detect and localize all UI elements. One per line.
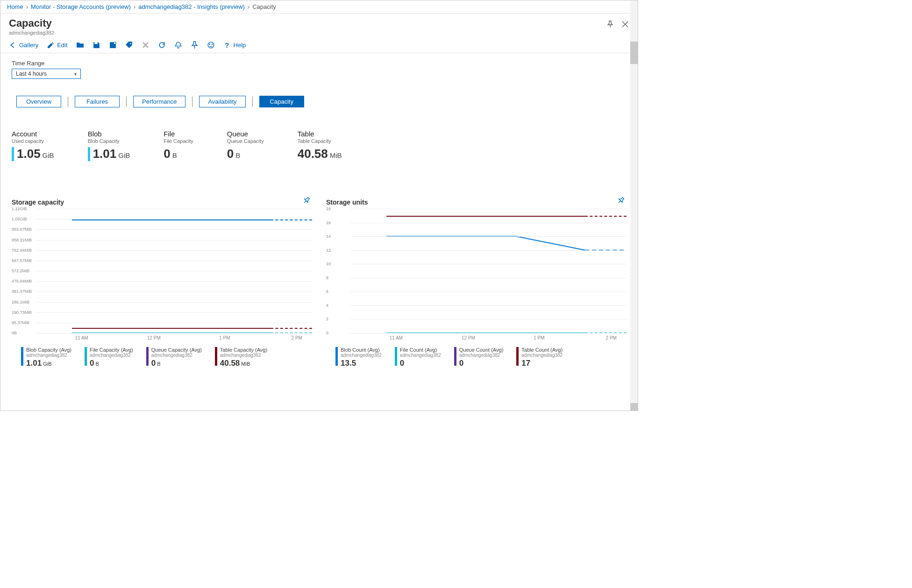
metric-card: File File Capacity 0B (164, 130, 193, 161)
gridline (36, 240, 312, 241)
chevron-right-icon: › (26, 3, 28, 10)
legend-item: Table Count (Avg) admchangediag382 17 (516, 347, 563, 368)
time-range-dropdown[interactable]: Last 4 hours ▾ (12, 69, 81, 79)
legend-color (395, 347, 397, 366)
legend-color (21, 347, 23, 366)
gridline (350, 264, 627, 264)
scrollbar-thumb-top[interactable] (630, 42, 638, 64)
metric-unit: B (172, 151, 177, 159)
gridline (350, 250, 627, 251)
pin-chart-icon[interactable] (303, 197, 310, 205)
svg-point-2 (208, 42, 214, 48)
tab-failures[interactable]: Failures (75, 96, 120, 107)
series-table (72, 328, 271, 329)
close-icon[interactable] (621, 20, 629, 28)
tab-capacity[interactable]: Capacity (259, 96, 304, 107)
legend-title: Table Capacity (Avg) (220, 347, 267, 353)
y-tick: 190.73MiB (12, 310, 32, 315)
save-as-icon[interactable] (109, 41, 117, 49)
series-blob-count (350, 209, 627, 333)
save-icon[interactable] (93, 41, 100, 49)
legend-value: 13.5 (341, 359, 382, 368)
tab-overview[interactable]: Overview (16, 96, 61, 107)
feedback-icon[interactable] (207, 41, 215, 49)
y-tick: 762.94MiB (12, 248, 32, 253)
metric-title: File (164, 130, 193, 138)
legend-item: File Capacity (Avg) admchangediag382 0 B (85, 347, 133, 368)
y-tick: 4 (326, 303, 328, 308)
breadcrumb-home[interactable]: Home (7, 3, 23, 10)
metric-subtitle: Queue Capacity (227, 138, 264, 144)
metric-title: Queue (227, 130, 264, 138)
breadcrumb-monitor[interactable]: Monitor - Storage Accounts (preview) (31, 3, 131, 10)
metric-unit: B (235, 151, 240, 159)
svg-point-0 (114, 42, 116, 44)
gridline (36, 209, 312, 209)
tab-performance[interactable]: Performance (133, 96, 185, 107)
gallery-button[interactable]: Gallery (9, 41, 38, 49)
chevron-down-icon: ▾ (74, 71, 77, 77)
folder-icon[interactable] (76, 41, 84, 49)
y-tick: 18 (326, 206, 331, 211)
chart-title: Storage units (326, 198, 627, 206)
edit-button[interactable]: Edit (47, 41, 67, 49)
breadcrumb: Home › Monitor - Storage Accounts (previ… (0, 0, 638, 14)
metric-title: Blob (88, 130, 130, 138)
legend-item: Queue Capacity (Avg) admchangediag382 0 … (146, 347, 202, 368)
y-tick: 8 (326, 276, 328, 280)
metric-card: Queue Queue Capacity 0B (227, 130, 264, 161)
help-button[interactable]: ? Help (223, 41, 246, 49)
gridline (36, 333, 312, 333)
legend-title: Blob Capacity (Avg) (26, 347, 71, 353)
metric-unit: MiB (330, 151, 342, 159)
x-tick: 12 PM (462, 335, 475, 340)
y-tick: 2 (326, 317, 328, 321)
refresh-icon[interactable] (158, 41, 166, 49)
metric-bar (88, 147, 90, 161)
metric-card: Blob Blob Capacity 1.01GiB (88, 130, 130, 161)
gridline (350, 319, 627, 319)
y-tick: 95.37MiB (12, 320, 29, 325)
y-tick: 0 (326, 331, 328, 335)
svg-text:?: ? (225, 42, 229, 49)
metric-title: Account (12, 130, 54, 138)
legend-value: 0 B (151, 359, 202, 368)
notify-icon[interactable] (174, 41, 182, 49)
legend-item: Table Capacity (Avg) admchangediag382 40… (215, 347, 267, 368)
tag-icon[interactable] (125, 41, 133, 49)
gridline (36, 312, 312, 313)
pin-icon[interactable] (191, 41, 199, 49)
pin-chart-icon[interactable] (617, 197, 625, 205)
y-tick: 286.1MiB (12, 300, 29, 305)
breadcrumb-resource[interactable]: admchangediag382 - Insights (preview) (138, 3, 245, 10)
legend-color (335, 347, 338, 366)
chart-storage-units: Storage units (326, 198, 627, 368)
chart-title: Storage capacity (12, 198, 312, 206)
legend-sub: admchangediag382 (521, 353, 563, 358)
legend-value: 0 (459, 359, 504, 368)
gridline (350, 209, 627, 209)
chevron-right-icon: › (134, 3, 135, 10)
legend-sub: admchangediag382 (220, 353, 267, 358)
y-tick: 572.2MiB (12, 269, 29, 273)
scrollbar[interactable] (630, 0, 638, 411)
pin-header-icon[interactable] (606, 20, 614, 28)
gridline (350, 333, 627, 333)
legend-item: File Count (Avg) admchangediag382 0 (395, 347, 441, 368)
legend-title: Queue Capacity (Avg) (151, 347, 202, 353)
scrollbar-thumb-bottom[interactable] (630, 403, 638, 411)
gridline (350, 291, 627, 292)
svg-point-3 (209, 44, 210, 44)
y-tick: 0B (12, 331, 17, 335)
delete-icon[interactable] (142, 41, 150, 49)
metric-subtitle: Table Capacity (298, 138, 342, 144)
tab-availability[interactable]: Availability (199, 96, 245, 107)
gridline (36, 261, 312, 261)
metric-card: Table Table Capacity 40.58MiB (298, 130, 342, 161)
gallery-label: Gallery (19, 42, 38, 49)
metric-value: 0 (164, 147, 170, 161)
metrics-row: Account Used capacity 1.05GiB Blob Blob … (12, 130, 627, 161)
y-tick: 476.84MiB (12, 279, 32, 283)
legend-title: Blob Count (Avg) (341, 347, 382, 353)
legend-value: 0 B (90, 359, 133, 368)
